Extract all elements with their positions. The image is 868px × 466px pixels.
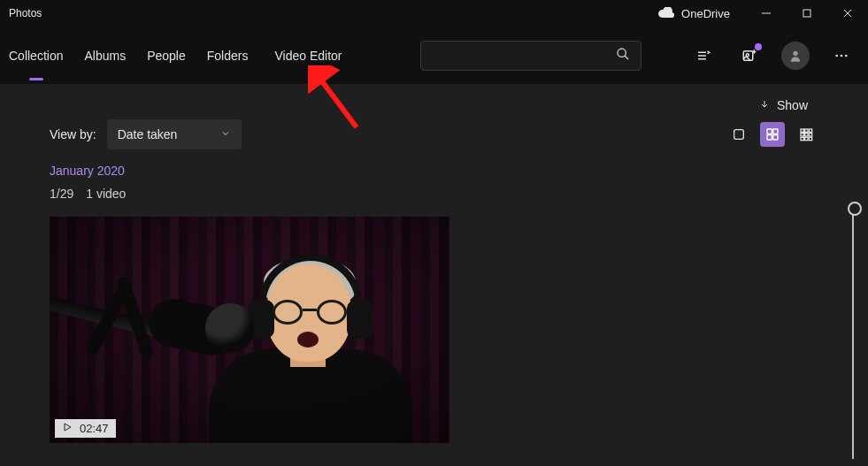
thumbnail-art <box>50 217 449 443</box>
svg-rect-10 <box>734 130 744 140</box>
search-input[interactable] <box>432 49 616 62</box>
tab-folders[interactable]: Folders <box>207 43 249 68</box>
viewby-select[interactable]: Date taken <box>107 119 242 149</box>
duration-text: 02:47 <box>80 422 109 435</box>
tab-collection[interactable]: Collection <box>9 43 63 68</box>
viewby-label: View by: <box>50 127 96 141</box>
close-button[interactable] <box>827 0 868 27</box>
svg-point-2 <box>618 49 626 57</box>
duration-badge: 02:47 <box>55 419 116 438</box>
viewby-value: Date taken <box>118 127 178 141</box>
svg-line-3 <box>625 56 628 59</box>
header-actions <box>689 42 856 70</box>
tab-label: Folders <box>207 49 249 63</box>
svg-rect-16 <box>805 129 808 132</box>
svg-rect-20 <box>809 134 811 136</box>
svg-rect-22 <box>805 137 808 140</box>
group-date: 1/29 <box>50 187 73 201</box>
svg-rect-18 <box>801 134 803 136</box>
tab-label: Collection <box>9 49 63 63</box>
view-small[interactable] <box>794 122 818 147</box>
svg-rect-14 <box>773 135 778 140</box>
svg-point-8 <box>841 54 843 57</box>
play-icon <box>62 422 73 435</box>
onedrive-label: OneDrive <box>681 7 730 20</box>
view-large[interactable] <box>726 122 751 147</box>
app-title: Photos <box>9 7 42 19</box>
import-button[interactable] <box>735 42 764 70</box>
content: Show View by: Date taken January 2020 1/… <box>0 84 868 443</box>
svg-point-9 <box>845 54 848 57</box>
tab-people[interactable]: People <box>147 43 186 68</box>
svg-marker-24 <box>65 424 71 431</box>
view-size-toggles <box>726 122 818 147</box>
video-thumbnail[interactable]: 02:47 <box>50 217 449 443</box>
account-button[interactable] <box>781 42 810 70</box>
nav-tabs: Collection Albums People Folders Video E… <box>9 43 342 68</box>
svg-point-7 <box>835 54 838 57</box>
timeline-scrollbar[interactable] <box>852 205 854 459</box>
tab-label: People <box>147 49 186 63</box>
search-box[interactable] <box>420 41 641 71</box>
search-icon <box>616 47 630 65</box>
view-row: View by: Date taken <box>0 119 868 149</box>
svg-rect-13 <box>767 135 772 140</box>
view-medium[interactable] <box>760 122 785 147</box>
svg-point-6 <box>793 50 797 55</box>
tab-albums[interactable]: Albums <box>84 43 126 68</box>
more-button[interactable] <box>827 42 856 70</box>
show-label: Show <box>777 98 808 112</box>
svg-rect-1 <box>803 10 810 17</box>
tab-video-editor[interactable]: Video Editor <box>274 43 342 68</box>
date-group: January 2020 1/29 1 video <box>0 149 868 201</box>
svg-rect-23 <box>809 137 811 140</box>
svg-rect-19 <box>805 134 808 136</box>
svg-rect-15 <box>801 129 803 132</box>
group-meta: 1/29 1 video <box>50 187 818 201</box>
maximize-button[interactable] <box>787 0 827 27</box>
chevron-down-icon <box>220 127 231 141</box>
group-count: 1 video <box>86 187 126 201</box>
window-controls <box>746 0 868 27</box>
tab-label: Albums <box>84 49 126 63</box>
select-button[interactable] <box>689 42 718 70</box>
show-toggle[interactable]: Show <box>759 98 808 112</box>
tab-label: Video Editor <box>274 49 342 63</box>
onedrive-button[interactable]: OneDrive <box>649 7 739 20</box>
minimize-button[interactable] <box>746 0 787 27</box>
titlebar: Photos OneDrive <box>0 0 868 27</box>
svg-rect-12 <box>773 129 778 134</box>
arrow-down-icon <box>759 98 770 112</box>
cloud-icon <box>658 7 674 20</box>
group-title[interactable]: January 2020 <box>50 164 818 178</box>
svg-rect-17 <box>809 129 811 132</box>
notification-badge <box>755 43 762 50</box>
svg-rect-21 <box>801 137 803 140</box>
headerbar: Collection Albums People Folders Video E… <box>0 27 868 84</box>
svg-rect-0 <box>762 13 771 14</box>
svg-rect-11 <box>767 129 772 134</box>
